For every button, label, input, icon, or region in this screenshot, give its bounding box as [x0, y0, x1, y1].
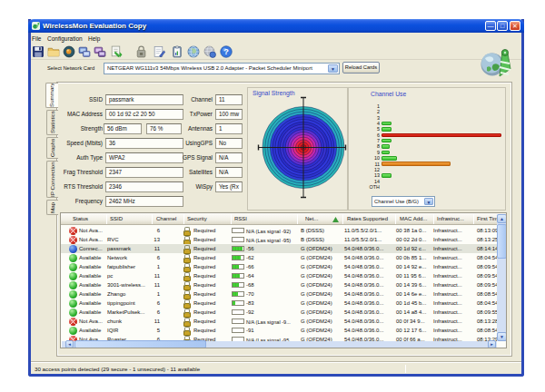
svg-text:?: ?	[223, 47, 229, 56]
